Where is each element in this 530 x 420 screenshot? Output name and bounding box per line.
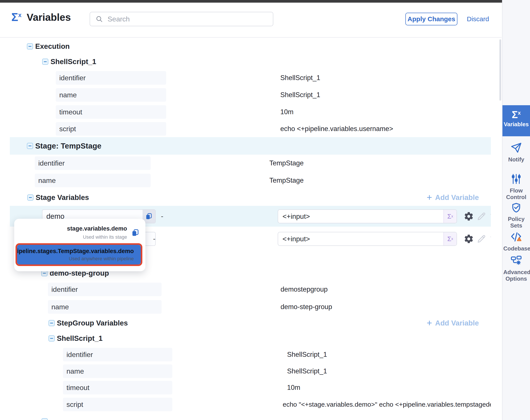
field-label-pill: identifier <box>63 348 172 361</box>
variable-scope: - <box>161 212 163 221</box>
field-label-pill: timeout <box>56 105 166 119</box>
row-sg-shellscript1: ShellScript_1 <box>10 331 491 346</box>
variable-value-input[interactable]: <+input> Σx <box>278 209 457 223</box>
panel-header: Σx Variables Apply Changes Discard <box>0 3 501 38</box>
field-value: ShellScript_1 <box>280 91 320 99</box>
variables-panel: Σx Variables Apply Changes Discard Execu… <box>0 0 530 420</box>
tree-label-stage-variables: Stage Variables <box>36 193 89 202</box>
sidebar-item-notify[interactable]: Notify <box>502 142 530 163</box>
plus-icon: + <box>427 193 432 202</box>
pencil-icon <box>476 234 486 244</box>
field-value: TempStage <box>269 177 304 184</box>
scrollbar-thumb[interactable] <box>499 39 501 101</box>
row-name: name ShellScript_1 <box>10 86 491 104</box>
expression-sigma-button[interactable]: Σx <box>443 232 456 245</box>
field-label-pill: identifier <box>48 283 162 296</box>
copy-icon[interactable] <box>131 228 140 237</box>
field-value: TempStage <box>269 159 304 167</box>
sliders-icon <box>510 173 522 185</box>
sigma-x-icon: Σx <box>502 110 530 120</box>
field-value: echo "<+stage.variables.demo>" echo <+pi… <box>283 401 491 408</box>
copy-icon <box>145 212 153 220</box>
page-title: Variables <box>27 11 71 23</box>
row-stage-name: name TempStage <box>10 172 491 189</box>
field-value: ShellScript_1 <box>287 367 327 375</box>
collapse-icon[interactable] <box>42 418 48 420</box>
popup-item-label: stage.variables.demo <box>67 225 127 232</box>
sidebar-item-codebase[interactable]: Codebase <box>502 231 530 252</box>
browser-top-strip <box>0 0 530 3</box>
add-variable-button[interactable]: +Add Variable <box>427 318 479 328</box>
shield-check-icon <box>510 202 522 213</box>
discard-button[interactable]: Discard <box>467 15 489 23</box>
add-variable-button[interactable]: +Add Variable <box>427 193 479 202</box>
row-script: script echo <+pipeline.variables.usernam… <box>10 120 491 138</box>
apply-changes-button[interactable]: Apply Changes <box>405 13 457 25</box>
collapse-icon[interactable] <box>48 335 55 342</box>
row-sg-identifier: identifier ShellScript_1 <box>10 346 491 363</box>
popup-item-description: Used anywhere within pipeline <box>15 256 134 262</box>
row-timeout: timeout 10m <box>10 104 491 121</box>
variable-path-popup: stage.variables.demo Used within its sta… <box>14 219 145 271</box>
tree-label-sg-shellscript1: ShellScript_1 <box>57 334 103 343</box>
trash-icon <box>489 211 491 221</box>
settings-gear-button[interactable] <box>464 234 474 244</box>
popup-item-description: Used within its stage <box>67 234 127 240</box>
collapse-icon[interactable] <box>27 195 33 201</box>
gear-icon <box>464 211 474 221</box>
row-shellscript1: ShellScript_1 <box>10 54 491 70</box>
row-dsg-name: name demo-step-group <box>10 298 491 316</box>
field-value: 10m <box>287 384 300 391</box>
sidebar-item-flow-control[interactable]: Flow Control <box>502 173 530 200</box>
field-value: ShellScript_1 <box>287 351 327 359</box>
tree-label-execution: Execution <box>35 42 70 50</box>
tree-label-shellscript1: ShellScript_1 <box>50 58 96 66</box>
row-stage-variables: Stage Variables +Add Variable <box>10 189 491 206</box>
annotation-highlight-box: pipeline.stages.TempStage.variables.demo… <box>15 243 142 266</box>
popup-item-stage-scope[interactable]: stage.variables.demo Used within its sta… <box>67 225 140 240</box>
row-sg-script: script echo "<+stage.variables.demo>" ec… <box>10 396 491 413</box>
sidebar-item-policy-sets[interactable]: Policy Sets <box>502 202 530 229</box>
row-identifier: identifier ShellScript_1 <box>10 69 491 87</box>
row-sg-timeout: timeout 10m <box>10 379 491 396</box>
field-label-pill: identifier <box>56 71 166 85</box>
edit-variable-button[interactable] <box>476 211 486 221</box>
row-sg-name: name ShellScript_1 <box>10 363 491 379</box>
sidebar-item-advanced-options[interactable]: Advanced Options <box>502 255 530 282</box>
search-box[interactable] <box>90 12 273 26</box>
field-label-pill: identifier <box>35 156 151 170</box>
settings-gear-button[interactable] <box>464 211 474 221</box>
popup-item-pipeline-scope[interactable]: pipeline.stages.TempStage.variables.demo… <box>17 245 141 265</box>
field-label-pill: name <box>48 300 162 314</box>
field-label-pill: timeout <box>63 381 172 394</box>
delete-variable-button[interactable] <box>489 211 491 221</box>
paper-plane-icon <box>510 142 522 154</box>
edit-variable-button[interactable] <box>476 234 486 244</box>
field-value: ShellScript_1 <box>280 74 320 82</box>
collapse-icon[interactable] <box>27 43 33 49</box>
field-label-pill: name <box>63 364 172 378</box>
field-value: 10m <box>280 108 294 116</box>
right-sidebar: Σx Variables Notify Flow Control Policy … <box>502 0 530 420</box>
collapse-icon[interactable] <box>42 59 48 65</box>
variable-scope: - <box>153 235 155 243</box>
field-label-pill: script <box>56 122 166 136</box>
trash-icon <box>489 234 491 244</box>
popup-item-label: pipeline.stages.TempStage.variables.demo <box>15 248 134 255</box>
row-execution: Execution <box>10 39 491 55</box>
sidebar-item-variables[interactable]: Σx Variables <box>502 105 530 136</box>
tree-label-stepgroup-variables: StepGroup Variables <box>57 319 128 327</box>
collapse-icon[interactable] <box>27 143 33 149</box>
expression-sigma-button[interactable]: Σx <box>443 210 456 223</box>
search-input[interactable] <box>107 15 261 23</box>
collapse-icon[interactable] <box>48 320 55 326</box>
plus-icon: + <box>427 318 432 328</box>
field-label-pill: script <box>63 398 172 411</box>
field-value: echo <+pipeline.variables.username> <box>280 125 393 133</box>
variable-value-input[interactable]: <+input> Σx <box>278 232 457 246</box>
field-label-pill: name <box>56 88 166 102</box>
row-stage-identifier: identifier TempStage <box>10 155 491 172</box>
row-dsg-identifier: identifier demostepgroup <box>10 281 491 299</box>
search-icon <box>95 15 103 23</box>
delete-variable-button[interactable] <box>489 234 491 244</box>
